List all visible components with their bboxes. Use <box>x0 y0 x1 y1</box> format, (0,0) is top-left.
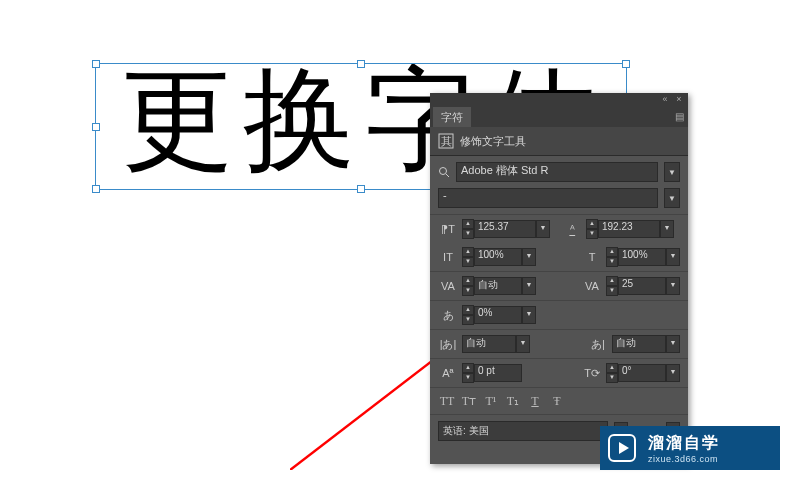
resize-handle[interactable] <box>92 60 100 68</box>
aki-left-icon: |あ| <box>438 334 458 354</box>
vscale-input[interactable]: 100% <box>474 248 522 266</box>
tracking-input[interactable]: 25 <box>618 277 666 295</box>
size-dropdown[interactable]: ▼ <box>536 220 550 238</box>
svg-line-5 <box>446 174 449 177</box>
size-leading-row: ⁋T ▲▼125.37▼ ᴬ̲ ▲▼192.23▼ <box>430 215 688 243</box>
resize-handle[interactable] <box>92 123 100 131</box>
allcaps-button[interactable]: TT <box>438 392 456 410</box>
baseline-rotate-row: Aª ▲▼0 pt T⟳ ▲▼0°▼ <box>430 359 688 388</box>
tracking-icon: VA <box>582 276 602 296</box>
tsume-input[interactable]: 0% <box>474 306 522 324</box>
leading-spinner[interactable]: ▲▼ <box>586 219 598 239</box>
font-style-row: - ▼ <box>430 188 688 215</box>
aki-right-dropdown[interactable]: ▼ <box>666 335 680 353</box>
collapse-icon[interactable]: « <box>660 94 670 104</box>
baseline-icon: Aª <box>438 363 458 383</box>
panel-titlebar[interactable]: « × <box>430 93 688 105</box>
vscale-icon: IT <box>438 247 458 267</box>
kern-track-row: VA ▲▼自动▼ VA ▲▼25▼ <box>430 272 688 301</box>
leading-input[interactable]: 192.23 <box>598 220 660 238</box>
subscript-button[interactable]: T₁ <box>504 392 522 410</box>
rotate-dropdown[interactable]: ▼ <box>666 364 680 382</box>
tab-character[interactable]: 字符 <box>433 107 471 127</box>
tracking-spinner[interactable]: ▲▼ <box>606 276 618 296</box>
hscale-spinner[interactable]: ▲▼ <box>606 247 618 267</box>
font-size-input[interactable]: 125.37 <box>474 220 536 238</box>
tsume-spinner[interactable]: ▲▼ <box>462 305 474 325</box>
smallcaps-button[interactable]: Tᴛ <box>460 392 478 410</box>
font-style-input[interactable]: - <box>438 188 658 208</box>
panel-menu-icon[interactable]: ▤ <box>675 111 684 122</box>
font-family-dropdown[interactable]: ▼ <box>664 162 680 182</box>
watermark: 溜溜自学 zixue.3d66.com <box>600 426 780 470</box>
aki-row: |あ| 自动▼ あ| 自动▼ <box>430 330 688 359</box>
hscale-dropdown[interactable]: ▼ <box>666 248 680 266</box>
resize-handle[interactable] <box>92 185 100 193</box>
size-spinner[interactable]: ▲▼ <box>462 219 474 239</box>
tsume-row: あ ▲▼0%▼ <box>430 301 688 330</box>
touch-type-label: 修饰文字工具 <box>460 134 526 149</box>
font-family-row: Adobe 楷体 Std R ▼ <box>430 156 688 188</box>
superscript-button[interactable]: T¹ <box>482 392 500 410</box>
watermark-url: zixue.3d66.com <box>648 454 720 464</box>
kerning-input[interactable]: 自动 <box>474 277 522 295</box>
close-icon[interactable]: × <box>674 94 684 104</box>
font-style-dropdown[interactable]: ▼ <box>664 188 680 208</box>
type-style-buttons: TT Tᴛ T¹ T₁ T Ŧ <box>430 388 688 415</box>
touch-type-icon: 其 <box>438 133 454 149</box>
vscale-spinner[interactable]: ▲▼ <box>462 247 474 267</box>
resize-handle[interactable] <box>357 185 365 193</box>
tsume-icon: あ <box>438 305 458 325</box>
hscale-icon: T <box>582 247 602 267</box>
character-panel: « × 字符 ▤ 其 修饰文字工具 Adobe 楷体 Std R ▼ - ▼ ⁋… <box>430 93 688 464</box>
vscale-dropdown[interactable]: ▼ <box>522 248 536 266</box>
tsume-dropdown[interactable]: ▼ <box>522 306 536 324</box>
aki-left-input[interactable]: 自动 <box>462 335 516 353</box>
watermark-title: 溜溜自学 <box>648 433 720 454</box>
aki-right-icon: あ| <box>588 334 608 354</box>
rotate-spinner[interactable]: ▲▼ <box>606 363 618 383</box>
rotate-icon: T⟳ <box>582 363 602 383</box>
hscale-input[interactable]: 100% <box>618 248 666 266</box>
scale-row: IT ▲▼100%▼ T ▲▼100%▼ <box>430 243 688 272</box>
touch-type-tool-row[interactable]: 其 修饰文字工具 <box>430 127 688 156</box>
kerning-dropdown[interactable]: ▼ <box>522 277 536 295</box>
resize-handle[interactable] <box>357 60 365 68</box>
underline-button[interactable]: T <box>526 392 544 410</box>
resize-handle[interactable] <box>622 60 630 68</box>
svg-marker-7 <box>619 442 629 454</box>
strikethrough-button[interactable]: Ŧ <box>548 392 566 410</box>
rotate-input[interactable]: 0° <box>618 364 666 382</box>
kerning-spinner[interactable]: ▲▼ <box>462 276 474 296</box>
language-select[interactable]: 英语: 美国 <box>438 421 608 441</box>
font-family-input[interactable]: Adobe 楷体 Std R <box>456 162 658 182</box>
aki-left-dropdown[interactable]: ▼ <box>516 335 530 353</box>
search-icon <box>438 166 450 178</box>
font-size-icon: ⁋T <box>438 219 458 239</box>
leading-dropdown[interactable]: ▼ <box>660 220 674 238</box>
watermark-logo-icon <box>600 426 644 470</box>
baseline-input[interactable]: 0 pt <box>474 364 522 382</box>
tracking-dropdown[interactable]: ▼ <box>666 277 680 295</box>
leading-icon: ᴬ̲ <box>562 219 582 239</box>
svg-point-4 <box>440 168 447 175</box>
baseline-spinner[interactable]: ▲▼ <box>462 363 474 383</box>
kerning-icon: VA <box>438 276 458 296</box>
panel-tabs: 字符 ▤ <box>430 105 688 127</box>
aki-right-input[interactable]: 自动 <box>612 335 666 353</box>
svg-text:其: 其 <box>441 135 452 147</box>
